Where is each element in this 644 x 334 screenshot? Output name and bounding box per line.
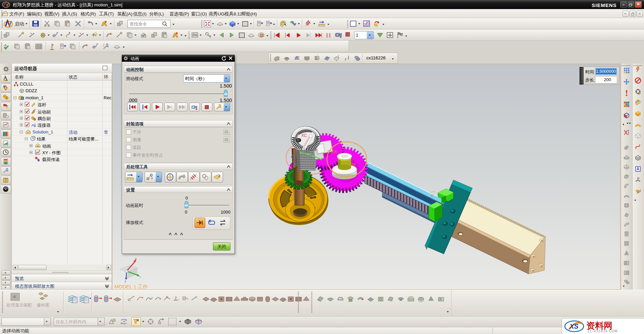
svg-text:Y: Y: [140, 276, 141, 279]
svg-text:Z: Z: [124, 280, 126, 283]
svg-text:X: X: [135, 258, 137, 261]
svg-text:z: z: [639, 177, 640, 179]
svg-text:001: 001: [307, 193, 314, 198]
svg-text:MODEL 1 工作: MODEL 1 工作: [114, 284, 148, 289]
svg-text:XS: XS: [569, 323, 579, 330]
svg-text:0006: 0006: [327, 149, 337, 154]
svg-text:34: 34: [351, 162, 356, 167]
svg-text:F: F: [431, 194, 433, 198]
svg-text:XC: XC: [301, 133, 307, 138]
